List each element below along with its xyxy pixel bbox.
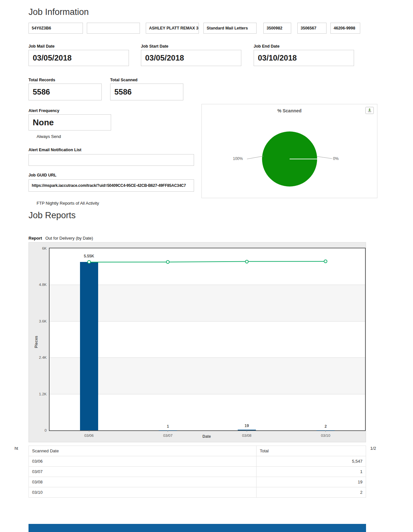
ftp-nightly-reports-label: FTP Nightly Reports of All Activity (37, 201, 99, 206)
y-tick-label: 4.8K (39, 283, 47, 287)
pie-label-100: 100% (233, 156, 243, 161)
job-start-date-field[interactable]: 03/05/2018 (141, 50, 241, 66)
x-tick-label: 03/07 (163, 434, 173, 437)
x-axis-title: Date (202, 434, 211, 439)
table-row: 03/07 1 (29, 467, 366, 477)
total-scanned-field[interactable]: 5586 (110, 84, 183, 100)
line-marker[interactable] (166, 260, 170, 264)
scanned-date-cell: 03/10 (29, 487, 257, 498)
scanned-pie-panel: % Scanned 100% 0% (201, 104, 377, 198)
next-chart-cutoff (29, 524, 366, 532)
zip-code-field[interactable]: 46206-9998 (330, 23, 360, 34)
x-tick-label: 03/10 (321, 434, 330, 437)
alert-email-list-label: Alert Email Notification List (29, 148, 81, 152)
total-scanned-label: Total Scanned (110, 78, 138, 82)
job-end-date-label: Job End Date (254, 44, 280, 49)
page-title: Job Information (29, 7, 89, 17)
footer-url-fragment: ht (15, 446, 18, 451)
job-guid-url-label: Job GUID URL (29, 173, 56, 177)
job-guid-url-field[interactable]: https://mspark.iaccutrace.com/track/?uid… (29, 179, 194, 192)
always-send-label: Always Send (37, 134, 61, 139)
job-mail-date-label: Job Mail Date (29, 44, 55, 49)
job-reports-title: Job Reports (29, 210, 76, 221)
scanned-date-cell: 03/06 (29, 456, 257, 467)
total-records-field[interactable]: 5586 (29, 84, 102, 100)
pie-label-0: 0% (333, 156, 338, 161)
out-for-delivery-chart: Pieces 01.2K2.4K3.6K4.8K6K5.55K03/06103/… (29, 242, 366, 442)
x-tick-mark (168, 430, 168, 432)
report-selector[interactable]: Out for Delivery (by Date) (45, 236, 93, 241)
pie-slice-boundary (290, 159, 317, 159)
total-cell: 2 (257, 487, 366, 498)
y-axis-title: Pieces (34, 336, 39, 348)
x-tick-mark (326, 430, 326, 432)
scanned-date-cell: 03/07 (29, 467, 257, 477)
mail-type-field[interactable]: Standard Mail Letters (203, 23, 257, 34)
y-tick-label: 2.4K (39, 356, 47, 359)
table-row: 03/06 5,547 (29, 456, 366, 467)
table-row: 03/08 19 (29, 477, 366, 487)
export-chart-button[interactable] (365, 107, 374, 114)
x-tick-mark (89, 430, 89, 432)
job-mail-date-field[interactable]: 03/05/2018 (29, 50, 129, 66)
line-marker[interactable] (324, 260, 327, 263)
x-tick-label: 03/08 (242, 434, 251, 437)
pie-leader-left (247, 156, 263, 159)
table-header-row: Scanned Date Total (29, 446, 366, 456)
job-end-date-field[interactable]: 03/10/2018 (254, 50, 354, 66)
line-marker[interactable] (245, 260, 248, 263)
x-tick-label: 03/06 (84, 434, 94, 437)
alert-frequency-select[interactable]: None (29, 114, 111, 130)
y-tick-label: 6K (42, 246, 47, 250)
pie-leader-right (317, 156, 332, 159)
y-tick-label: 3.6K (39, 319, 47, 323)
y-tick-label: 0 (45, 428, 47, 432)
job-blank-field[interactable] (87, 23, 140, 34)
line-series (50, 248, 365, 430)
pie-title: % Scanned (202, 108, 377, 113)
job-start-date-label: Job Start Date (141, 44, 168, 49)
report-label: Report (29, 236, 42, 241)
download-icon (367, 108, 372, 112)
alert-frequency-label: Alert Frequency (29, 108, 59, 113)
footer-page-number: 1/2 (370, 446, 376, 451)
scanned-date-cell: 03/08 (29, 477, 257, 487)
y-tick-label: 1.2K (39, 392, 47, 396)
line-marker[interactable] (87, 260, 91, 264)
job-name-field[interactable]: ASHLEY PLATT REMAX 3-6 (146, 23, 199, 34)
page: Job Information 54Y0Z3B6 ASHLEY PLATT RE… (0, 0, 413, 532)
scanned-table: Scanned Date Total 03/06 5,547 03/07 1 0… (29, 446, 366, 498)
alert-email-list-input[interactable] (29, 154, 194, 166)
total-cell: 5,547 (257, 456, 366, 467)
job-number-a-field[interactable]: 3500982 (263, 23, 291, 34)
x-tick-mark (247, 430, 247, 432)
content: Job Information 54Y0Z3B6 ASHLEY PLATT RE… (29, 0, 366, 532)
job-code-field[interactable]: 54Y0Z3B6 (29, 23, 83, 34)
total-header: Total (257, 446, 366, 456)
scanned-date-header: Scanned Date (29, 446, 257, 456)
plot-area: 01.2K2.4K3.6K4.8K6K5.55K03/06103/071903/… (49, 248, 366, 431)
total-cell: 1 (257, 467, 366, 477)
table-row: 03/10 2 (29, 487, 366, 498)
total-records-label: Total Records (29, 78, 55, 82)
job-number-b-field[interactable]: 3506567 (297, 23, 327, 34)
total-cell: 19 (257, 477, 366, 487)
